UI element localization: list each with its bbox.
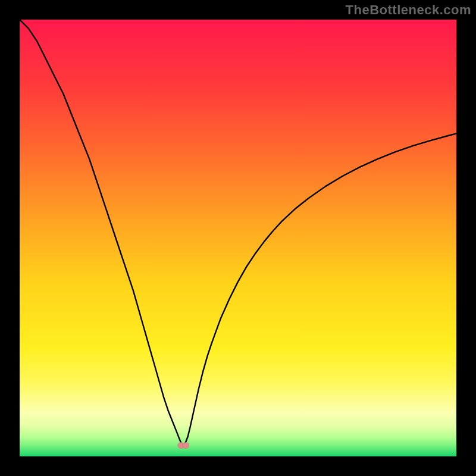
watermark-text: TheBottleneck.com <box>346 2 471 18</box>
svg-point-1 <box>183 443 189 449</box>
chart-container: TheBottleneck.com <box>0 0 476 476</box>
optimum-marker <box>178 443 189 449</box>
bottleneck-plot <box>20 20 456 456</box>
chart-background <box>20 20 456 456</box>
chart-svg <box>20 20 456 456</box>
